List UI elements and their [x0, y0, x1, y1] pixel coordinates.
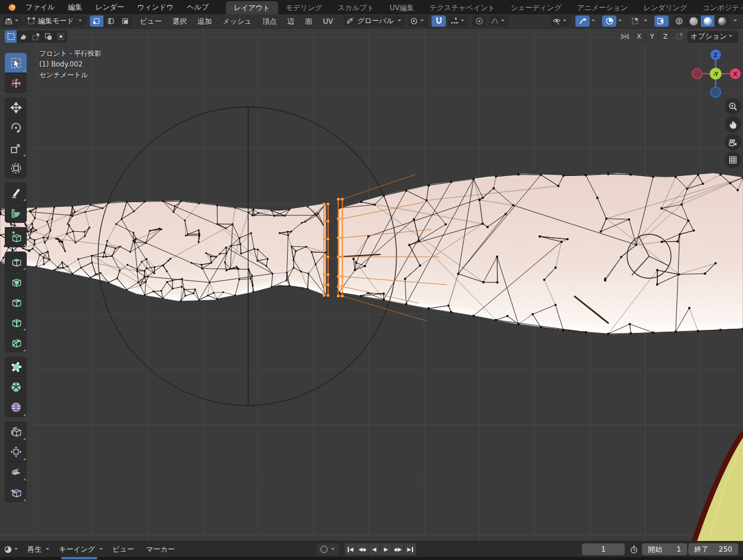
- overlays-toggle[interactable]: [602, 15, 616, 27]
- navigation-gizmo[interactable]: Z X -Y: [690, 48, 743, 101]
- menu-1[interactable]: 編集: [61, 0, 89, 14]
- tool-transform[interactable]: [5, 158, 27, 178]
- xray-toggle[interactable]: [654, 15, 669, 27]
- play-reverse-button[interactable]: ◀: [369, 543, 380, 555]
- jump-to-end-button[interactable]: ▶: [404, 543, 416, 555]
- tool-measure[interactable]: [5, 203, 27, 223]
- topology-mirror-icon[interactable]: [675, 32, 684, 41]
- shading-solid-button[interactable]: [687, 15, 701, 27]
- scrollbar-thumb[interactable]: [61, 557, 97, 559]
- tool-spin[interactable]: [5, 377, 27, 397]
- tool-knife[interactable]: [5, 332, 27, 353]
- stopwatch-icon[interactable]: [629, 545, 638, 554]
- chevron-down-icon[interactable]: [733, 18, 738, 24]
- workspace-tab-3[interactable]: UV編集: [382, 1, 421, 14]
- menu-3[interactable]: ウィンドウ: [131, 0, 180, 14]
- tool-shrink-fatten[interactable]: [5, 442, 27, 462]
- shading-rendered-button[interactable]: [715, 15, 729, 27]
- mirror-axis-z[interactable]: Z: [659, 31, 672, 42]
- viewport-menu-6[interactable]: 面: [300, 14, 317, 29]
- workspace-tab-1[interactable]: モデリング: [278, 1, 330, 14]
- mirror-axis-x[interactable]: X: [633, 31, 646, 42]
- play-button[interactable]: ▶: [380, 543, 392, 555]
- frame-end-field[interactable]: 終了 250: [688, 543, 738, 555]
- viewport-menu-2[interactable]: 追加: [192, 14, 217, 29]
- options-dropdown[interactable]: オプション: [687, 31, 738, 43]
- gizmos-toggle[interactable]: [575, 15, 590, 27]
- select-extend-button[interactable]: [17, 30, 30, 43]
- menu-0[interactable]: ファイル: [19, 0, 61, 14]
- tool-bevel[interactable]: [5, 292, 27, 312]
- select-intersect-button[interactable]: [55, 30, 67, 43]
- timeline-scrollbar[interactable]: [0, 557, 743, 560]
- tool-rip-region[interactable]: [5, 482, 27, 502]
- tool-rotate[interactable]: [5, 118, 27, 138]
- viewport-menu-7[interactable]: UV: [317, 14, 338, 29]
- tool-poly-build[interactable]: [5, 357, 27, 377]
- menu-4[interactable]: ヘルプ: [180, 0, 215, 14]
- proportional-falloff-dropdown[interactable]: [489, 15, 509, 27]
- workspace-tab-8[interactable]: コンポジティング: [695, 1, 743, 14]
- face-select-button[interactable]: [118, 15, 133, 27]
- transform-orientation-dropdown[interactable]: グローバル: [344, 15, 405, 27]
- pivot-point-dropdown[interactable]: [408, 15, 428, 27]
- viewport-3d[interactable]: [0, 29, 743, 541]
- pan-hand-button[interactable]: [725, 116, 741, 133]
- frame-start-field[interactable]: 開始 1: [642, 543, 687, 555]
- viewport-menu-0[interactable]: ビュー: [135, 14, 168, 29]
- toggle-perspective-button[interactable]: [725, 152, 741, 168]
- snap-toggle-button[interactable]: [432, 15, 446, 27]
- camera-view-button[interactable]: [725, 134, 741, 150]
- workspace-tab-2[interactable]: スカルプト: [330, 1, 382, 14]
- timeline-menu-0[interactable]: ビュー: [106, 545, 140, 555]
- vertex-select-button[interactable]: [90, 15, 104, 27]
- shading-material-button[interactable]: [701, 15, 715, 27]
- chevron-down-icon[interactable]: [591, 18, 596, 24]
- jump-to-start-button[interactable]: ◀: [345, 543, 357, 555]
- viewport-menu-5[interactable]: 辺: [282, 14, 300, 29]
- mode-dropdown[interactable]: 編集モード: [25, 15, 86, 27]
- workspace-tab-6[interactable]: アニメーション: [569, 1, 636, 14]
- tool-edge-slide[interactable]: [5, 421, 27, 442]
- snap-target-dropdown[interactable]: [448, 15, 468, 27]
- timeline-menu-1[interactable]: マーカー: [140, 545, 181, 555]
- timeline-editor-dropdown[interactable]: [2, 543, 21, 556]
- select-subtract-button[interactable]: [30, 30, 42, 43]
- tool-add-cube[interactable]: [5, 227, 27, 247]
- tool-inset-faces[interactable]: [5, 272, 27, 292]
- editor-type-dropdown[interactable]: [2, 15, 23, 27]
- viewport-menu-1[interactable]: 選択: [167, 14, 192, 29]
- next-keyframe-button[interactable]: ◆▶: [392, 543, 404, 555]
- chevron-down-icon[interactable]: [618, 18, 623, 24]
- tool-extrude-region[interactable]: [5, 251, 27, 272]
- viewport-menu-4[interactable]: 頂点: [257, 14, 282, 29]
- zoom-button[interactable]: [725, 98, 741, 115]
- tool-select-box[interactable]: [5, 53, 27, 73]
- shading-wireframe-button[interactable]: [672, 15, 687, 27]
- tool-smooth[interactable]: [5, 397, 27, 417]
- tool-move[interactable]: [5, 97, 27, 118]
- tool-shear[interactable]: [5, 462, 27, 482]
- tool-scale[interactable]: [5, 138, 27, 158]
- proportional-editing-toggle[interactable]: [472, 15, 486, 27]
- workspace-tab-0[interactable]: レイアウト: [226, 1, 278, 14]
- select-invert-button[interactable]: [42, 30, 55, 43]
- workspace-tab-5[interactable]: シェーディング: [503, 1, 569, 14]
- chevron-down-icon[interactable]: [643, 18, 648, 24]
- current-frame-field[interactable]: 1: [582, 543, 625, 555]
- blender-logo-icon[interactable]: [4, 2, 19, 12]
- prev-keyframe-button[interactable]: ◀◆: [357, 543, 369, 555]
- select-set-button[interactable]: [5, 30, 17, 43]
- show-object-types-dropdown[interactable]: [550, 15, 571, 27]
- workspace-tab-4[interactable]: テクスチャペイント: [421, 1, 503, 14]
- menu-2[interactable]: レンダー: [89, 0, 131, 14]
- keying-dropdown[interactable]: キーイング: [55, 543, 106, 556]
- chevron-down-icon[interactable]: [330, 547, 336, 552]
- mirror-axis-y[interactable]: Y: [646, 31, 659, 42]
- workspace-tab-7[interactable]: レンダリング: [635, 1, 695, 14]
- playback-dropdown[interactable]: 再生: [24, 543, 53, 556]
- tool-loop-cut[interactable]: [5, 312, 27, 332]
- auto-keyframe-toggle[interactable]: [320, 546, 328, 553]
- tool-annotate[interactable]: [5, 183, 27, 203]
- edge-select-button[interactable]: [104, 15, 118, 27]
